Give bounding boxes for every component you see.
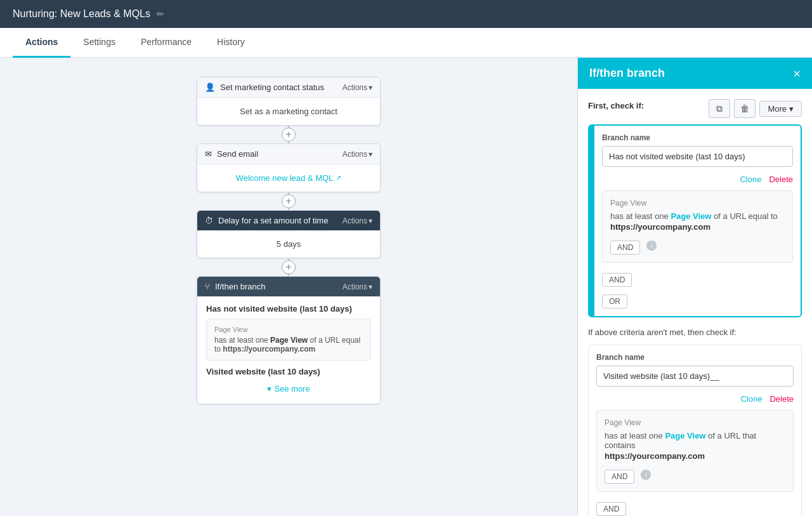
tab-actions[interactable]: Actions — [13, 28, 70, 58]
node4-body: Has not visited website (last 10 days) P… — [197, 296, 380, 404]
edit-icon[interactable]: ✏ — [157, 9, 164, 19]
clone-link-1[interactable]: Clone — [740, 175, 761, 184]
pv-link-canvas: Page View — [270, 336, 308, 345]
pv2-link[interactable]: Page View — [665, 431, 705, 440]
branch2-section: Branch name Clone Delete Page View has a… — [588, 345, 802, 516]
node3-body-text: 5 days — [277, 239, 301, 249]
info-icon-2[interactable]: i — [641, 470, 651, 480]
and-btn-3[interactable]: AND — [605, 470, 634, 484]
pv2-url: https://yourcompany.com — [605, 451, 785, 461]
delete-link-1[interactable]: Delete — [769, 175, 793, 184]
tab-history[interactable]: History — [204, 28, 258, 58]
add-step-btn-1[interactable]: + — [282, 128, 296, 142]
panel-close-btn[interactable]: × — [793, 67, 801, 80]
branch2-section-label: Branch name — [596, 353, 794, 362]
more-btn[interactable]: More ▾ — [759, 101, 802, 117]
contact-icon: 👤 — [205, 83, 215, 92]
node1-body: Set as a marketing contact — [197, 98, 380, 125]
right-panel: If/then branch × First, check if: ⧉ 🗑 Mo… — [577, 58, 812, 516]
connector-3: + — [288, 258, 289, 276]
branch1-page-view-card: Page View has at least one Page View of … — [602, 190, 793, 263]
toolbar-row: ⧉ 🗑 More ▾ — [709, 99, 802, 118]
pv1-link[interactable]: Page View — [671, 211, 711, 221]
or-btn-1[interactable]: OR — [602, 294, 627, 308]
and-btn-4[interactable]: AND — [596, 502, 626, 516]
branch2-name-input[interactable] — [596, 366, 794, 387]
workflow-title: Nurturing: New Leads & MQLs — [13, 8, 150, 20]
email-link-text: Welcome new lead & MQL — [236, 173, 334, 183]
clone-delete-row-1: Clone Delete — [602, 175, 793, 184]
and-btn-1[interactable]: AND — [610, 241, 640, 255]
node4-branch2-label: Visited website (last 10 days) — [206, 367, 371, 376]
more-label: More — [768, 104, 787, 114]
and-btn-2[interactable]: AND — [602, 273, 632, 287]
first-check-label: First, check if: — [588, 101, 644, 110]
workflow-container: 👤 Set marketing contact status Actions ▾… — [197, 77, 381, 404]
connector-2: + — [288, 192, 289, 210]
branch1-name-input[interactable] — [602, 146, 793, 167]
node1-title: Set marketing contact status — [220, 83, 324, 92]
node3-header: ⏱ Delay for a set amount of time Actions… — [197, 211, 380, 230]
delete-link-2[interactable]: Delete — [769, 394, 794, 404]
canvas: 👤 Set marketing contact status Actions ▾… — [0, 58, 577, 516]
copy-btn[interactable]: ⧉ — [709, 99, 730, 118]
delay-icon: ⏱ — [205, 216, 213, 225]
node1-actions-label: Actions — [343, 83, 367, 92]
node1-body-text: Set as a marketing contact — [240, 107, 337, 116]
node3-actions-btn[interactable]: Actions ▾ — [343, 216, 372, 225]
node4-header: ⑂ If/then branch Actions ▾ — [197, 277, 380, 296]
top-bar: Nurturing: New Leads & MQLs ✏ — [0, 0, 812, 28]
external-link-icon: ↗ — [336, 174, 341, 182]
add-step-btn-2[interactable]: + — [282, 194, 296, 208]
branch1-teal-bar — [589, 126, 594, 316]
node4-title: If/then branch — [215, 282, 266, 291]
or-btn-row-1: OR — [602, 291, 793, 308]
panel-header: If/then branch × — [578, 58, 812, 89]
branch1-pv-title: Page View — [610, 199, 785, 208]
node-set-marketing: 👤 Set marketing contact status Actions ▾… — [197, 77, 381, 126]
node3-body: 5 days — [197, 230, 380, 258]
and-row-2: AND i — [605, 466, 785, 484]
panel-title: If/then branch — [589, 67, 665, 80]
node4-branch1-preview: Page View has at least one Page View of … — [206, 319, 371, 361]
node4-chevron: ▾ — [369, 282, 372, 291]
pv-text1: has at least one — [214, 336, 270, 345]
node3-chevron: ▾ — [369, 216, 372, 225]
more-chevron: ▾ — [789, 104, 794, 114]
branch2-page-view-card: Page View has at least one Page View of … — [596, 410, 794, 492]
node2-body: Welcome new lead & MQL ↗ — [197, 164, 380, 192]
branch1-section-label: Branch name — [602, 133, 793, 142]
node4-actions-label: Actions — [343, 282, 367, 291]
main-layout: 👤 Set marketing contact status Actions ▾… — [0, 58, 812, 516]
clone-link-2[interactable]: Clone — [740, 394, 762, 404]
node2-header-left: ✉ Send email — [205, 149, 258, 159]
see-more-btn[interactable]: ▾ See more — [206, 379, 371, 396]
first-check-row: First, check if: ⧉ 🗑 More ▾ — [588, 99, 802, 118]
branch1-side-bar: Branch name Clone Delete Page View has a… — [589, 126, 801, 316]
node-delay: ⏱ Delay for a set amount of time Actions… — [197, 210, 381, 258]
and-btn-row-2: AND — [596, 498, 794, 516]
and-row-1: AND i — [610, 237, 785, 255]
add-step-btn-3[interactable]: + — [282, 260, 296, 274]
clone-delete-row-2: Clone Delete — [596, 394, 794, 404]
branch2-pv-title: Page View — [605, 418, 785, 427]
node2-actions-btn[interactable]: Actions ▾ — [343, 150, 372, 159]
node4-header-left: ⑂ If/then branch — [205, 282, 266, 291]
tab-settings[interactable]: Settings — [70, 28, 128, 58]
node1-header: 👤 Set marketing contact status Actions ▾ — [197, 77, 380, 98]
node4-actions-btn[interactable]: Actions ▾ — [343, 282, 372, 291]
email-icon: ✉ — [205, 149, 212, 159]
email-link[interactable]: Welcome new lead & MQL ↗ — [207, 173, 370, 183]
tab-performance[interactable]: Performance — [128, 28, 204, 58]
node3-title: Delay for a set amount of time — [218, 216, 328, 225]
node1-actions-btn[interactable]: Actions ▾ — [343, 83, 372, 92]
trash-btn[interactable]: 🗑 — [734, 99, 756, 118]
node4-branch1-label: Has not visited website (last 10 days) — [206, 304, 371, 314]
connector-1: + — [288, 126, 289, 143]
panel-content: First, check if: ⧉ 🗑 More ▾ — [578, 89, 812, 516]
info-icon-1[interactable]: i — [646, 241, 657, 251]
node1-header-left: 👤 Set marketing contact status — [205, 83, 324, 92]
branch1-inner: Branch name Clone Delete Page View has a… — [594, 126, 801, 316]
node-send-email: ✉ Send email Actions ▾ Welcome new lead … — [197, 143, 381, 192]
pv1-url: https://yourcompany.com — [610, 222, 785, 232]
